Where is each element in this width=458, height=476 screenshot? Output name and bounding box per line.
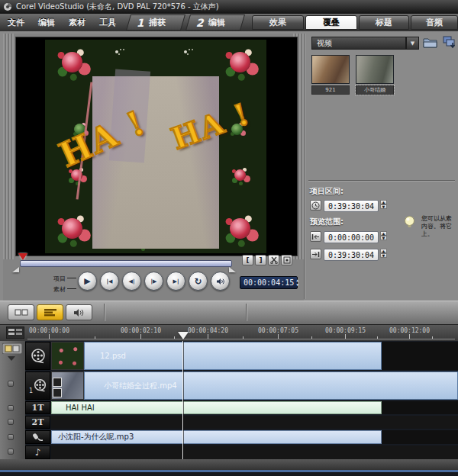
library-item-thumbnail-2[interactable] [356, 55, 394, 84]
overlay-clip[interactable]: 小哥结婚全过程.mp4 [84, 371, 458, 400]
get-media-button[interactable] [443, 36, 457, 49]
range-end-button[interactable] [310, 249, 321, 259]
range-start-spinner[interactable]: ▲ ▼ [380, 231, 389, 240]
menu-file[interactable]: 文件 [3, 16, 29, 29]
panel-divider [304, 34, 305, 299]
volume-button[interactable] [211, 272, 230, 291]
track-gutter-button[interactable] [8, 434, 14, 440]
spin-down-icon[interactable]: ▼ [380, 253, 387, 258]
mark-in-button[interactable]: [ [242, 255, 253, 265]
video-clip-thumbnail[interactable] [51, 342, 84, 370]
timecode-display[interactable]: 00:00:04:15 ▲ ▼ [240, 276, 298, 289]
window-border [0, 472, 458, 476]
overlay-attribute-badge [53, 378, 62, 387]
trim-handle-left[interactable] [12, 267, 19, 272]
mode-project-label[interactable]: 项目 [53, 275, 66, 283]
scrub-bar[interactable] [20, 260, 232, 267]
playhead-marker[interactable] [178, 332, 189, 339]
voice-clip-label: 小沈阳-为什么呢.mp3 [58, 432, 134, 442]
library-category-value: 视频 [317, 39, 332, 47]
step-capture[interactable]: 1 捕获 [126, 14, 185, 31]
range-start-button[interactable] [310, 231, 321, 242]
next-frame-icon: |▶ [151, 278, 157, 285]
ruler-tick-label: 00:00:09:15 [325, 327, 366, 334]
overlay-clip-image[interactable] [92, 76, 219, 249]
scroll-ornament [184, 50, 187, 53]
timecode-value: 00:00:04:15 [244, 278, 294, 287]
tab-audio-label: 音频 [426, 17, 443, 28]
playhead-line[interactable] [182, 341, 183, 459]
overlay-track-header[interactable]: 1 [25, 371, 50, 400]
spin-down-icon[interactable]: ▼ [294, 283, 301, 288]
play-button[interactable]: ▶ [78, 272, 97, 291]
range-start-field[interactable]: 0:00:00:00 [324, 231, 379, 243]
menu-edit[interactable]: 编辑 [34, 16, 60, 29]
menu-tools[interactable]: 工具 [95, 16, 121, 29]
tab-audio[interactable]: 音频 [411, 15, 458, 30]
track-manager-button[interactable] [6, 326, 24, 339]
tab-title[interactable]: 标题 [359, 15, 409, 30]
tab-effect[interactable]: 效果 [252, 15, 304, 30]
options-divider [308, 180, 455, 181]
video-frame[interactable]: HA ! HA ! [45, 40, 266, 253]
timecode-spinner[interactable]: ▲ ▼ [294, 278, 301, 288]
range-end-field[interactable]: 0:39:30:04 [324, 249, 379, 261]
end-button[interactable]: ▶| [166, 272, 185, 291]
mark-out-button[interactable]: ] [255, 255, 266, 265]
library-item-label-1[interactable]: 921 [311, 85, 350, 95]
track-gutter-button[interactable] [8, 381, 14, 387]
repeat-button[interactable]: ↻ [189, 272, 208, 291]
duration-clock-button[interactable] [310, 200, 321, 211]
library-dropdown-arrow-button[interactable]: ▼ [406, 37, 419, 50]
trim-handle-right[interactable] [229, 267, 236, 272]
timeline-view-icon [44, 308, 57, 317]
enlarge-preview-button[interactable] [281, 255, 292, 265]
library-folder-button[interactable] [423, 36, 437, 49]
home-button[interactable]: |◀ [100, 272, 119, 291]
menu-clip[interactable]: 素材 [64, 16, 90, 29]
voice-clip[interactable]: 小沈阳-为什么呢.mp3 [51, 430, 382, 444]
video-clip[interactable]: 12.psd [84, 342, 382, 370]
timeline-tracks: 1 1T 2T ♪ 12.psd 小哥结婚全过程.mp4 HAI HAI 小沈阳… [0, 341, 458, 459]
spin-down-icon[interactable]: ▼ [380, 236, 387, 240]
music-track-header[interactable]: ♪ [25, 445, 50, 459]
jog-slider-marker[interactable] [18, 253, 27, 260]
ruler-minor-tick [377, 336, 378, 339]
chevron-down-icon[interactable] [8, 356, 15, 361]
previous-frame-button[interactable]: ◀| [122, 272, 141, 291]
track-gutter-button[interactable] [8, 405, 14, 411]
title-clip[interactable]: HAI HAI [51, 401, 382, 414]
audio-view-button[interactable] [66, 304, 92, 320]
tab-overlay-label: 覆叠 [323, 17, 340, 28]
swap-track-button[interactable] [2, 343, 22, 354]
mode-clip-label[interactable]: 素材 [53, 285, 66, 294]
preview-stage: HA ! HA ! [15, 37, 298, 256]
library-item-thumbnail-1[interactable] [311, 55, 350, 84]
range-end-spinner[interactable]: ▲ ▼ [380, 249, 389, 258]
video-track-header[interactable] [25, 342, 50, 370]
title-track-1-header[interactable]: 1T [25, 401, 50, 414]
video-clip-label: 12.psd [100, 352, 126, 360]
project-duration-field[interactable]: 0:39:30:04 [324, 200, 379, 212]
tab-overlay[interactable]: 覆叠 [305, 15, 357, 30]
music-track-row[interactable] [51, 445, 458, 459]
next-frame-button[interactable]: |▶ [144, 272, 163, 291]
voice-track-row: 小沈阳-为什么呢.mp3 [51, 430, 458, 444]
repeat-icon: ↻ [194, 276, 202, 287]
title-track-2-header[interactable]: 2T [25, 416, 50, 429]
voice-track-header[interactable] [25, 430, 50, 444]
split-clip-button[interactable] [268, 255, 279, 265]
timeline-view-button[interactable] [37, 304, 63, 320]
library-item-label-2[interactable]: 小哥结婚 [356, 85, 394, 95]
track-gutter-button[interactable] [8, 419, 14, 425]
step-edit[interactable]: 2 编辑 [185, 14, 245, 31]
spin-down-icon[interactable]: ▼ [380, 204, 387, 209]
hint-line-1: 您可以从素 [421, 215, 456, 223]
ruler-tick [409, 334, 410, 339]
project-duration-spinner[interactable]: ▲ ▼ [380, 200, 389, 209]
storyboard-view-button[interactable] [8, 304, 34, 320]
track-gutter-button[interactable] [8, 449, 14, 455]
library-category-dropdown[interactable]: 视频 [311, 37, 406, 50]
title-track-2-row[interactable] [51, 416, 458, 429]
window-title: Corel VideoStudio (未命名, DVD PAL 720*576 … [16, 2, 219, 12]
